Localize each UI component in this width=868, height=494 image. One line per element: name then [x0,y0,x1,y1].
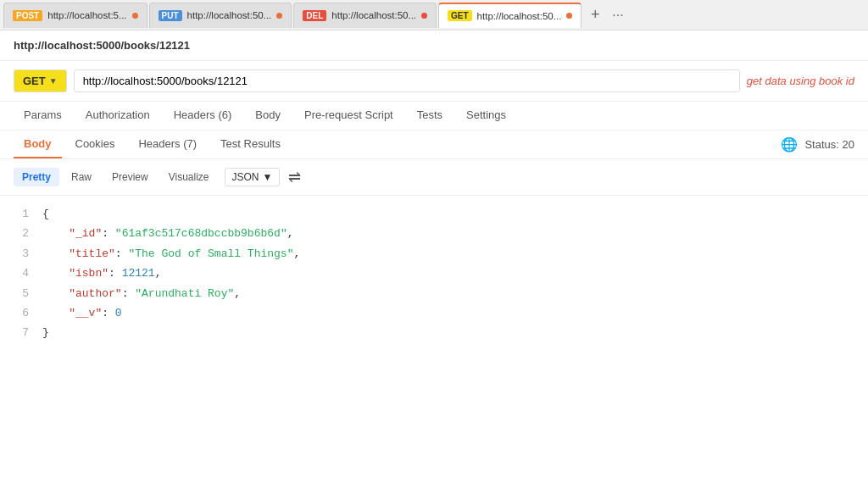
json-line-7: 7 } [0,323,868,342]
response-tabs: Body Cookies Headers (7) Test Results [14,130,291,158]
json-field-title: "title": "The God of Small Things", [42,244,868,264]
tab-body[interactable]: Body [245,102,291,130]
json-line-5: 5 "author": "Arundhati Roy", [0,284,868,303]
resp-tab-test-results[interactable]: Test Results [210,130,291,158]
format-raw-button[interactable]: Raw [63,168,100,186]
tab-dot-post [132,13,138,19]
line-number-3: 3 [0,244,42,264]
tab-get[interactable]: GET http://localhost:50... [438,3,581,28]
tab-dot-get [566,13,572,19]
format-pretty-button[interactable]: Pretty [14,168,59,186]
chevron-down-icon: ▼ [49,76,58,86]
tab-del[interactable]: DEL http://localhost:50... [293,3,437,28]
request-bar: GET ▼ get data using book id [0,61,868,102]
json-close-bracket: } [42,323,868,342]
json-line-1: 1 { [0,204,868,224]
json-field-v: "__v": 0 [42,303,868,323]
tab-url-post: http://localhost:5... [47,10,126,20]
url-display: http://localhost:5000/books/12121 [0,31,868,61]
json-format-label: JSON [232,171,259,183]
line-number-4: 4 [0,264,42,283]
wrap-lines-icon[interactable]: ⇌ [283,166,306,188]
json-line-2: 2 "_id": "61af3c517c68dbccbb9b6b6d", [0,224,868,243]
method-badge-put: PUT [159,10,182,21]
more-tabs-button[interactable]: ··· [609,8,626,23]
line-number-1: 1 [0,204,42,224]
line-number-2: 2 [0,224,42,243]
status-text: Status: 20 [804,138,854,151]
tab-url-get: http://localhost:50... [477,11,562,21]
json-line-4: 4 "isbn": 12121, [0,264,868,283]
tab-headers[interactable]: Headers (6) [164,102,242,130]
method-badge-get: GET [448,10,472,21]
format-visualize-button[interactable]: Visualize [160,168,218,186]
url-text: http://localhost:5000/books/12121 [14,39,190,52]
request-tabs: Params Authorization Headers (6) Body Pr… [0,102,868,130]
resp-tab-headers[interactable]: Headers (7) [128,130,207,158]
method-badge-post: POST [13,10,42,21]
tab-pre-request[interactable]: Pre-request Script [294,102,403,130]
request-description: get data using book id [747,75,854,87]
json-field-id: "_id": "61af3c517c68dbccbb9b6b6d", [42,224,868,243]
json-line-3: 3 "title": "The God of Small Things", [0,244,868,264]
chevron-down-icon: ▼ [263,171,273,183]
tab-bar: POST http://localhost:5... PUT http://lo… [0,0,868,31]
json-format-selector[interactable]: JSON ▼ [225,168,281,186]
tab-authorization[interactable]: Authorization [75,102,160,130]
response-section: Body Cookies Headers (7) Test Results 🌐 … [0,130,868,159]
resp-tab-body[interactable]: Body [14,130,62,158]
line-number-7: 7 [0,323,42,342]
status-info: 🌐 Status: 20 [781,136,854,153]
globe-icon: 🌐 [781,136,798,153]
method-label: GET [23,75,46,87]
json-body: 1 { 2 "_id": "61af3c517c68dbccbb9b6b6d",… [0,196,868,352]
tab-put[interactable]: PUT http://localhost:50... [149,3,292,28]
tab-post[interactable]: POST http://localhost:5... [3,3,147,28]
tab-dot-del [421,13,427,19]
line-number-5: 5 [0,284,42,303]
json-field-author: "author": "Arundhati Roy", [42,284,868,303]
json-line-6: 6 "__v": 0 [0,303,868,323]
tab-dot-put [276,13,282,19]
method-badge-del: DEL [303,10,326,21]
url-input[interactable] [74,69,740,92]
tab-tests[interactable]: Tests [407,102,453,130]
tab-settings[interactable]: Settings [456,102,516,130]
tab-url-del: http://localhost:50... [331,10,416,20]
resp-tab-cookies[interactable]: Cookies [65,130,125,158]
json-open-bracket: { [42,204,868,224]
line-number-6: 6 [0,303,42,323]
tab-params[interactable]: Params [14,102,72,130]
format-bar: Pretty Raw Preview Visualize JSON ▼ ⇌ [0,159,868,196]
tab-url-put: http://localhost:50... [187,10,272,20]
json-field-isbn: "isbn": 12121, [42,264,868,283]
add-tab-button[interactable]: + [583,3,607,27]
format-preview-button[interactable]: Preview [103,168,157,186]
method-selector[interactable]: GET ▼ [14,69,67,92]
